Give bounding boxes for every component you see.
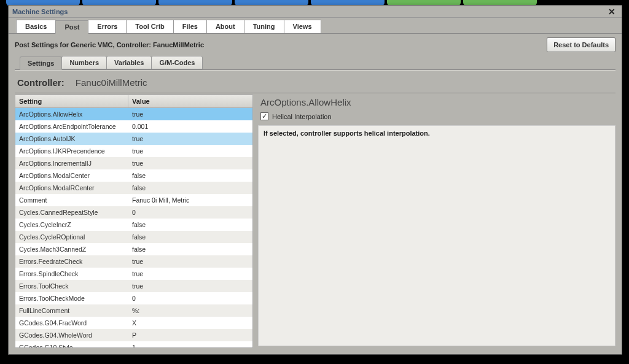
tab-errors[interactable]: Errors [88, 20, 127, 33]
setting-value: true [128, 145, 252, 157]
table-row[interactable]: Errors.FeedrateChecktrue [15, 255, 252, 268]
table-row[interactable]: ArcOptions.AllowHelixtrue [15, 108, 252, 120]
setting-name: ArcOptions.AllowHelix [15, 108, 128, 120]
subtab-g-m-codes[interactable]: G/M-Codes [151, 56, 203, 69]
setting-name: ArcOptions.AutoIJK [15, 133, 128, 145]
table-row[interactable]: ArcOptions.AutoIJKtrue [15, 133, 252, 145]
tab-post[interactable]: Post [55, 20, 88, 34]
tab-about[interactable]: About [206, 20, 244, 33]
setting-name: GCodes.G10.Style [15, 341, 128, 347]
setting-name: Errors.SpindleCheck [15, 268, 128, 280]
setting-value: 0.001 [128, 120, 252, 133]
setting-name: Errors.ToolCheck [15, 280, 128, 292]
table-row[interactable]: Errors.ToolCheckMode0 [15, 292, 252, 304]
setting-value: P [128, 329, 252, 341]
settings-table: Setting Value ArcOptions.AllowHelixtrueA… [15, 95, 253, 348]
setting-value: true [128, 255, 252, 268]
setting-name: Errors.ToolCheckMode [15, 292, 128, 304]
setting-name: GCodes.G04.FracWord [15, 317, 128, 329]
setting-name: ArcOptions.IncrementalIJ [15, 157, 128, 169]
table-row[interactable]: Errors.SpindleChecktrue [15, 268, 252, 280]
main-tabs: BasicsPostErrorsTool CribFilesAboutTunin… [9, 18, 622, 33]
setting-value: true [128, 157, 252, 169]
machine-settings-dialog: Machine Settings ✕ BasicsPostErrorsTool … [8, 5, 622, 355]
description-text: If selected, controller supports helical… [264, 130, 430, 137]
table-row[interactable]: ArcOptions.IncrementalIJtrue [15, 157, 252, 169]
setting-name: ArcOptions.ModalCenter [15, 169, 128, 182]
col-header-setting[interactable]: Setting [15, 95, 128, 107]
setting-name: ArcOptions.IJKRPrecendence [15, 145, 128, 157]
setting-name: ArcOptions.ArcEndpointTolerance [15, 120, 128, 133]
setting-value: 0 [128, 206, 252, 219]
controller-heading: Controller: Fanuc0iMillMetric [15, 74, 615, 93]
subtitle-row: Post Settings for Generic VMC, Controlle… [15, 37, 615, 52]
setting-name: GCodes.G04.WholeWord [15, 329, 128, 341]
dialog-body: Post Settings for Generic VMC, Controlle… [9, 33, 622, 354]
subtab-settings[interactable]: Settings [20, 56, 62, 70]
table-body[interactable]: ArcOptions.AllowHelixtrueArcOptions.ArcE… [15, 108, 252, 347]
helical-interpolation-checkbox[interactable]: ✓ [260, 112, 268, 120]
setting-name: Comment [15, 194, 128, 206]
tab-tuning[interactable]: Tuning [244, 20, 284, 33]
setting-value: false [128, 231, 252, 243]
setting-value: %: [128, 304, 252, 317]
setting-value: 0 [128, 292, 252, 304]
table-row[interactable]: ArcOptions.IJKRPrecendencetrue [15, 145, 252, 157]
post-settings-subtitle: Post Settings for Generic VMC, Controlle… [15, 41, 204, 48]
setting-name: FullLineComment [15, 304, 128, 317]
setting-value: Fanuc 0i Mill, Metric [128, 194, 252, 206]
table-row[interactable]: Cycles.Mach3CannedZfalse [15, 243, 252, 255]
setting-name: Cycles.Mach3CannedZ [15, 243, 128, 255]
col-header-value[interactable]: Value [128, 95, 252, 107]
table-row[interactable]: GCodes.G04.FracWordX [15, 317, 252, 329]
helical-interpolation-checkbox-row: ✓ Helical Interpolation [258, 111, 615, 125]
table-row[interactable]: Cycles.CycleIncrZfalse [15, 219, 252, 231]
setting-name: Cycles.CannedRepeatStyle [15, 206, 128, 219]
tab-files[interactable]: Files [173, 20, 207, 33]
setting-value: true [128, 133, 252, 145]
setting-value: false [128, 182, 252, 194]
reset-to-defaults-button[interactable]: Reset to Defaults [547, 37, 615, 52]
sub-tabs: SettingsNumbersVariablesG/M-Codes [20, 56, 615, 69]
description-box: If selected, controller supports helical… [258, 125, 615, 346]
table-row[interactable]: Cycles.CannedRepeatStyle0 [15, 206, 252, 219]
checkbox-label: Helical Interpolation [272, 113, 332, 120]
table-row[interactable]: GCodes.G10.Style1 [15, 341, 252, 347]
table-row[interactable]: GCodes.G04.WholeWordP [15, 329, 252, 341]
setting-value: false [128, 243, 252, 255]
table-row[interactable]: Errors.ToolChecktrue [15, 280, 252, 292]
divider [15, 69, 615, 70]
setting-name: Cycles.CycleROptional [15, 231, 128, 243]
controller-name: Fanuc0iMillMetric [76, 77, 147, 88]
setting-value: false [128, 169, 252, 182]
titlebar: Machine Settings ✕ [9, 6, 622, 18]
detail-panel: ArcOptions.AllowHelix ✓ Helical Interpol… [258, 95, 615, 348]
setting-name: ArcOptions.ModalRCenter [15, 182, 128, 194]
detail-title: ArcOptions.AllowHelix [258, 95, 615, 111]
setting-value: 1 [128, 341, 252, 347]
setting-value: false [128, 219, 252, 231]
table-row[interactable]: ArcOptions.ModalCenterfalse [15, 169, 252, 182]
table-row[interactable]: ArcOptions.ModalRCenterfalse [15, 182, 252, 194]
setting-value: true [128, 268, 252, 280]
table-row[interactable]: Cycles.CycleROptionalfalse [15, 231, 252, 243]
tab-views[interactable]: Views [284, 20, 321, 33]
setting-name: Errors.FeedrateCheck [15, 255, 128, 268]
table-header: Setting Value [15, 95, 252, 108]
table-row[interactable]: CommentFanuc 0i Mill, Metric [15, 194, 252, 206]
table-row[interactable]: ArcOptions.ArcEndpointTolerance0.001 [15, 120, 252, 133]
subtab-variables[interactable]: Variables [106, 56, 152, 69]
setting-name: Cycles.CycleIncrZ [15, 219, 128, 231]
setting-value: true [128, 280, 252, 292]
close-icon[interactable]: ✕ [606, 7, 618, 17]
setting-value: X [128, 317, 252, 329]
subtab-numbers[interactable]: Numbers [61, 56, 107, 69]
content-split: Setting Value ArcOptions.AllowHelixtrueA… [15, 93, 615, 348]
window-title: Machine Settings [12, 8, 68, 15]
tab-basics[interactable]: Basics [16, 20, 56, 33]
tab-tool-crib[interactable]: Tool Crib [126, 20, 173, 33]
controller-label: Controller: [17, 77, 64, 88]
setting-value: true [128, 108, 252, 120]
table-row[interactable]: FullLineComment%: [15, 304, 252, 317]
